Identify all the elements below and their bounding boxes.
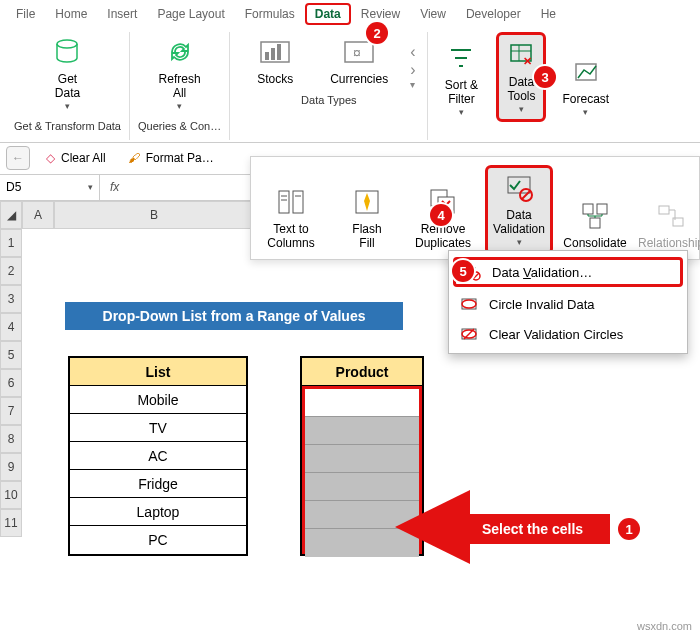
row-header[interactable]: 10 — [0, 481, 22, 509]
tab-help[interactable]: He — [531, 3, 566, 25]
consolidate-icon — [579, 200, 611, 232]
consolidate-label: Consolidate — [563, 236, 626, 250]
gallery-scroller[interactable]: ‹›▾ — [406, 43, 419, 90]
data-validation-button[interactable]: Data Validation ▾ — [485, 165, 553, 255]
back-button[interactable]: ← — [6, 146, 30, 170]
forecast-button[interactable]: Forecast ▾ — [556, 52, 615, 121]
col-header-b[interactable]: B — [54, 201, 254, 229]
chevron-down-icon: ▾ — [519, 104, 524, 115]
product-header: Product — [302, 358, 422, 386]
col-header-a[interactable]: A — [22, 201, 54, 229]
database-icon — [51, 36, 83, 68]
relationship-label: Relationship — [638, 236, 700, 250]
clear-all-label: Clear All — [61, 151, 106, 165]
row-header[interactable]: 11 — [0, 509, 22, 537]
menu-clear-circles[interactable]: Clear Validation Circles — [449, 319, 687, 349]
svg-rect-2 — [265, 52, 269, 60]
svg-text:¤: ¤ — [353, 45, 361, 61]
row-header[interactable]: 9 — [0, 453, 22, 481]
list-item[interactable]: AC — [70, 442, 246, 470]
refresh-icon — [164, 36, 196, 68]
step-badge-2: 2 — [366, 22, 388, 44]
menu-clear-circles-label: Clear Validation Circles — [489, 327, 623, 342]
svg-line-25 — [522, 191, 530, 199]
name-box-value: D5 — [6, 180, 21, 194]
flash-fill-button[interactable]: Flash Fill — [333, 165, 401, 255]
group-data-types: Data Types — [301, 90, 356, 108]
list-item[interactable]: Mobile — [70, 386, 246, 414]
step-badge-1: 1 — [618, 518, 640, 540]
data-validation-icon — [503, 172, 535, 204]
format-painter-button[interactable]: 🖌 Format Pa… — [122, 149, 220, 167]
group-queries: Queries & Con… — [138, 116, 221, 134]
tab-formulas[interactable]: Formulas — [235, 3, 305, 25]
list-item[interactable]: PC — [70, 526, 246, 554]
tab-pagelayout[interactable]: Page Layout — [147, 3, 234, 25]
tab-insert[interactable]: Insert — [97, 3, 147, 25]
row-header[interactable]: 4 — [0, 313, 22, 341]
row-header[interactable]: 8 — [0, 425, 22, 453]
stocks-button[interactable]: Stocks — [238, 32, 312, 90]
watermark: wsxdn.com — [637, 620, 692, 632]
step-badge-5: 5 — [452, 260, 474, 282]
tab-file[interactable]: File — [6, 3, 45, 25]
selected-cell[interactable] — [305, 417, 419, 445]
group-get-transform: Get & Transform Data — [14, 116, 121, 134]
text-to-columns-label: Text to Columns — [267, 222, 314, 251]
tab-developer[interactable]: Developer — [456, 3, 531, 25]
selected-cell[interactable] — [305, 389, 419, 417]
chevron-down-icon: ▾ — [459, 107, 464, 118]
list-table: List Mobile TV AC Fridge Laptop PC — [68, 356, 248, 556]
flash-fill-icon — [351, 186, 383, 218]
row-header[interactable]: 3 — [0, 285, 22, 313]
fx-label[interactable]: fx — [100, 180, 129, 194]
text-to-columns-icon — [275, 186, 307, 218]
row-header[interactable]: 2 — [0, 257, 22, 285]
svg-rect-28 — [590, 218, 600, 228]
data-validation-label: Data Validation — [493, 208, 545, 237]
list-item[interactable]: Fridge — [70, 470, 246, 498]
clear-all-button[interactable]: ◇ Clear All — [40, 149, 112, 167]
data-tools-label: Data Tools — [507, 75, 535, 104]
list-item[interactable]: Laptop — [70, 498, 246, 526]
consolidate-button[interactable]: Consolidate — [561, 165, 629, 255]
currencies-button[interactable]: ¤ Currencies — [322, 32, 396, 90]
svg-rect-29 — [659, 206, 669, 214]
data-tools-icon: ✕ — [505, 39, 537, 71]
list-header: List — [70, 358, 246, 386]
selected-cell[interactable] — [305, 445, 419, 473]
svg-text:✕: ✕ — [523, 55, 532, 67]
brush-icon: 🖌 — [128, 151, 140, 165]
sort-filter-icon — [445, 42, 477, 74]
annotation-callout: Select the cells — [455, 500, 610, 554]
list-item[interactable]: TV — [70, 414, 246, 442]
menu-circle-invalid[interactable]: Circle Invalid Data — [449, 289, 687, 319]
tab-data[interactable]: Data — [305, 3, 351, 25]
remove-duplicates-label: Remove Duplicates — [415, 222, 471, 251]
tab-view[interactable]: View — [410, 3, 456, 25]
svg-rect-12 — [279, 191, 289, 213]
row-header[interactable]: 6 — [0, 369, 22, 397]
svg-line-32 — [473, 273, 479, 279]
data-tools-panel: Text to Columns Flash Fill Remove Duplic… — [250, 156, 700, 260]
row-header[interactable]: 7 — [0, 397, 22, 425]
flash-fill-label: Flash Fill — [352, 222, 381, 251]
clear-circles-icon — [459, 325, 479, 343]
chevron-down-icon: ▾ — [88, 182, 93, 192]
text-to-columns-button[interactable]: Text to Columns — [257, 165, 325, 255]
title-banner: Drop-Down List from a Range of Values — [65, 302, 403, 330]
svg-rect-26 — [583, 204, 593, 214]
select-all-corner[interactable]: ◢ — [0, 201, 22, 229]
tab-home[interactable]: Home — [45, 3, 97, 25]
sort-filter-label: Sort & Filter — [445, 78, 478, 107]
menu-data-validation[interactable]: Data Validation… — [453, 257, 683, 287]
stocks-icon — [259, 36, 291, 68]
sort-filter-button[interactable]: Sort & Filter ▾ — [436, 38, 486, 122]
name-box[interactable]: D5 ▾ — [0, 175, 100, 200]
row-header[interactable]: 5 — [0, 341, 22, 369]
format-painter-label: Format Pa… — [146, 151, 214, 165]
row-header[interactable]: 1 — [0, 229, 22, 257]
refresh-all-label: Refresh All — [159, 72, 201, 101]
refresh-all-button[interactable]: Refresh All ▾ — [153, 32, 207, 116]
get-data-button[interactable]: Get Data ▾ — [42, 32, 92, 116]
